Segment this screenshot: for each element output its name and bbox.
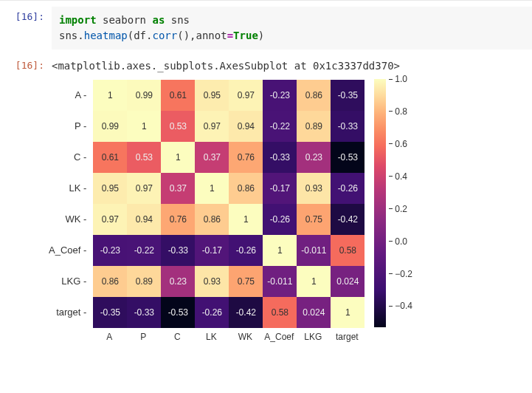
heatmap-cell: -0.26 — [229, 235, 263, 266]
heatmap-cell: 0.95 — [195, 80, 229, 111]
heatmap-cell: -0.23 — [263, 80, 297, 111]
colorbar-tick: 0.8 — [389, 106, 407, 117]
x-tick-label: A_Coef — [262, 332, 296, 342]
y-tick-label: LKG - — [61, 265, 89, 296]
heatmap-cell: -0.42 — [331, 204, 365, 235]
heatmap-cell: 0.58 — [331, 235, 365, 266]
x-tick-label: WK — [228, 332, 262, 342]
heatmap-cell: 0.53 — [127, 142, 161, 173]
heatmap-figure: A -P -C -LK -WK -A_Coef -LKG -target - 1… — [49, 79, 532, 342]
x-tick-label: target — [330, 332, 364, 342]
code-cell: [16]: import seaborn as sns sns.heatmap(… — [0, 4, 532, 52]
colorbar-tick: −0.4 — [389, 301, 412, 311]
x-tick-label: LKG — [296, 332, 330, 342]
heatmap-cell: 0.61 — [93, 142, 127, 173]
colorbar-tick: 1.0 — [389, 74, 407, 84]
output-prompt: [16]: — [3, 55, 52, 72]
heatmap-cell: 0.89 — [297, 111, 331, 142]
y-tick-label: C - — [74, 141, 89, 172]
x-tick-label: LK — [194, 332, 228, 342]
heatmap-cell: 0.58 — [263, 297, 297, 328]
colorbar-gradient — [374, 79, 386, 327]
heatmap-cell: -0.33 — [263, 142, 297, 173]
heatmap-cell: 0.86 — [297, 80, 331, 111]
y-tick-label: A - — [75, 79, 89, 110]
heatmap-cell: 1 — [161, 142, 195, 173]
x-tick-label: C — [160, 332, 194, 342]
operator-equals: = — [227, 30, 233, 41]
divider — [0, 0, 532, 1]
keyword-as: as — [152, 14, 165, 26]
heatmap-cell: -0.35 — [331, 80, 365, 111]
colorbar-tick: 0.4 — [389, 171, 407, 182]
heatmap-cell: 0.95 — [93, 173, 127, 204]
heatmap-cell: -0.011 — [297, 235, 331, 266]
keyword-import: import — [59, 14, 97, 26]
heatmap-cell: -0.53 — [331, 142, 365, 173]
heatmap-cell: 1 — [229, 204, 263, 235]
colorbar: 1.00.80.60.40.20.0−0.2−0.4 — [374, 79, 389, 342]
kwarg-name: annot — [196, 30, 227, 41]
x-tick-label: A — [92, 332, 126, 342]
heatmap-cell: -0.22 — [263, 111, 297, 142]
heatmap-cell: 0.37 — [195, 142, 229, 173]
heatmap-cell: 0.93 — [195, 266, 229, 297]
object-name: sns — [59, 30, 77, 41]
heatmap-cell: 0.75 — [297, 204, 331, 235]
heatmap-grid: 10.990.610.950.97-0.230.86-0.350.9910.53… — [92, 79, 365, 329]
heatmap-cell: 0.97 — [127, 173, 161, 204]
heatmap-cell: 0.76 — [161, 204, 195, 235]
heatmap-cell: -0.17 — [195, 235, 229, 266]
heatmap-cell: -0.42 — [229, 297, 263, 328]
heatmap-cell: 0.97 — [93, 204, 127, 235]
heatmap-cell: 0.86 — [195, 204, 229, 235]
heatmap-cell: 0.97 — [195, 111, 229, 142]
heatmap-cell: 1 — [297, 266, 331, 297]
y-tick-label: WK - — [65, 203, 89, 234]
y-tick-label: target - — [56, 296, 89, 327]
y-tick-label: A_Coef - — [49, 234, 89, 265]
y-tick-label: P - — [75, 110, 89, 141]
input-prompt: [16]: — [3, 7, 52, 49]
heatmap-cell: 0.37 — [161, 173, 195, 204]
arg-object: df — [134, 30, 146, 41]
heatmap-cell: 0.23 — [161, 266, 195, 297]
heatmap-cell: 0.75 — [229, 266, 263, 297]
method-name: corr — [152, 30, 177, 41]
heatmap-cell: 0.99 — [93, 111, 127, 142]
heatmap-cell: -0.23 — [93, 235, 127, 266]
heatmap-cell: -0.22 — [127, 235, 161, 266]
colorbar-tick: 0.6 — [389, 139, 407, 149]
y-tick-label: LK - — [69, 172, 89, 203]
y-axis-labels: A -P -C -LK -WK -A_Coef -LKG -target - — [49, 79, 89, 342]
code-input[interactable]: import seaborn as sns sns.heatmap(df.cor… — [52, 7, 532, 49]
heatmap-cell: -0.26 — [263, 204, 297, 235]
heatmap-cell: -0.011 — [263, 266, 297, 297]
heatmap-cell: 0.93 — [297, 173, 331, 204]
output-text: <matplotlib.axes._subplots.AxesSubplot a… — [52, 55, 532, 72]
heatmap-cell: 0.89 — [127, 266, 161, 297]
heatmap-cell: 0.86 — [93, 266, 127, 297]
heatmap-cell: 1 — [263, 235, 297, 266]
heatmap-cell: 0.23 — [297, 142, 331, 173]
x-tick-label: P — [126, 332, 160, 342]
heatmap-cell: -0.26 — [331, 173, 365, 204]
heatmap-cell: 0.94 — [127, 204, 161, 235]
colorbar-tick: 0.0 — [389, 236, 407, 247]
heatmap-cell: 0.024 — [331, 266, 365, 297]
heatmap-cell: -0.33 — [331, 111, 365, 142]
module-name: seaborn — [103, 14, 146, 26]
heatmap-cell: -0.53 — [161, 297, 195, 328]
output-cell: [16]: <matplotlib.axes._subplots.AxesSub… — [0, 52, 532, 75]
alias-name: sns — [171, 14, 190, 26]
heatmap-cell: 1 — [331, 297, 365, 328]
heatmap-cell: 0.61 — [161, 80, 195, 111]
heatmap-cell: -0.33 — [161, 235, 195, 266]
heatmap-cell: 0.86 — [229, 173, 263, 204]
heatmap-cell: -0.35 — [93, 297, 127, 328]
heatmap-cell: -0.33 — [127, 297, 161, 328]
heatmap-cell: 1 — [93, 80, 127, 111]
heatmap-cell: 0.99 — [127, 80, 161, 111]
heatmap-cell: 0.024 — [297, 297, 331, 328]
x-axis-labels: APCLKWKA_CoefLKGtarget — [92, 332, 365, 342]
